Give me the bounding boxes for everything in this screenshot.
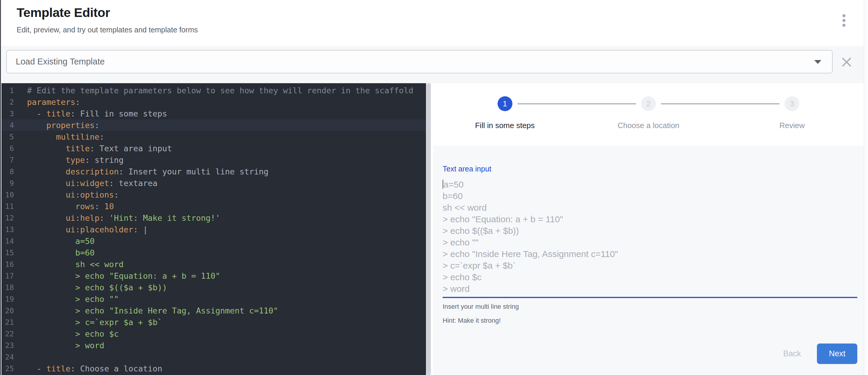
code-text: title: Text area input	[18, 143, 172, 154]
code-line[interactable]: 16 sh << word	[1, 258, 426, 270]
code-line[interactable]: 5 multiline:	[1, 131, 426, 143]
code-line[interactable]: 11 rows: 10	[1, 200, 426, 212]
line-number: 1	[1, 85, 18, 96]
more-options-button[interactable]	[841, 14, 847, 28]
page-scrollbar[interactable]	[864, 0, 868, 375]
line-number: 22	[1, 328, 18, 340]
select-placeholder: Load Existing Template	[16, 51, 104, 73]
code-line[interactable]: 24	[1, 351, 426, 363]
textarea-line: b=60	[443, 190, 857, 202]
textarea-input[interactable]: a=50b=60sh << word> echo "Equation: a + …	[443, 179, 857, 294]
step-label-3: Review	[720, 121, 864, 130]
next-button[interactable]: Next	[817, 344, 857, 364]
code-text: parameters:	[18, 96, 80, 108]
code-line[interactable]: 3 - title: Fill in some steps	[1, 108, 426, 120]
textarea-line: > echo ""	[443, 237, 857, 248]
line-number: 12	[1, 212, 18, 224]
code-text: rows: 10	[18, 200, 114, 212]
line-number: 8	[1, 166, 18, 178]
code-line[interactable]: 20 > echo "Inside Here Tag, Assignment c…	[1, 305, 426, 316]
chevron-down-icon	[814, 60, 822, 64]
form-preview: Text area input a=50b=60sh << word> echo…	[433, 146, 864, 375]
code-line[interactable]: 13 ui:placeholder: |	[1, 224, 426, 235]
stepper-step-1: 1 Fill in some steps	[433, 83, 577, 130]
code-line[interactable]: 25 - title: Choose a location	[1, 363, 426, 374]
line-number: 5	[1, 131, 18, 143]
code-line[interactable]: 10 ui:options:	[1, 189, 426, 200]
step-circle-1: 1	[498, 96, 513, 111]
code-line[interactable]: 18 > echo $(($a + $b))	[1, 282, 426, 293]
code-text: a=50	[18, 235, 95, 247]
code-editor-lines: 1# Edit the template parameters below to…	[1, 85, 426, 374]
code-line[interactable]: 17 > echo "Equation: a + b = 110"	[1, 270, 426, 282]
stepper-step-2: 2 Choose a location	[577, 83, 720, 130]
line-number: 6	[1, 143, 18, 154]
code-text	[18, 351, 27, 363]
line-number: 17	[1, 270, 18, 282]
line-number: 13	[1, 224, 18, 235]
step-label-2: Choose a location	[577, 121, 720, 130]
line-number: 3	[1, 108, 18, 120]
code-text: b=60	[18, 247, 95, 258]
code-text: > c=`expr $a + $b`	[18, 316, 162, 328]
code-line[interactable]: 23 > word	[1, 340, 426, 351]
line-number: 16	[1, 258, 18, 270]
code-text: ui:options:	[18, 189, 119, 200]
form-actions: Back Next	[443, 344, 857, 364]
code-line[interactable]: 1# Edit the template parameters below to…	[1, 85, 426, 96]
code-text: properties:	[18, 120, 99, 131]
stepper-step-3: 3 Review	[720, 83, 864, 130]
page-title: Template Editor	[17, 4, 110, 21]
field-underline	[443, 297, 857, 298]
line-number: 2	[1, 96, 18, 108]
textarea-line: > c=`expr $a + $b`	[443, 260, 857, 271]
textarea-line: > echo "Inside Here Tag, Assignment c=11…	[443, 248, 857, 260]
step-circle-3: 3	[784, 96, 799, 111]
editor-scrollbar-thumb[interactable]	[426, 83, 431, 375]
code-text: - title: Choose a location	[18, 363, 162, 374]
line-number: 19	[1, 293, 18, 305]
code-line[interactable]: 14 a=50	[1, 235, 426, 247]
textarea-line: > word	[443, 283, 857, 294]
back-button[interactable]: Back	[775, 344, 809, 363]
code-line[interactable]: 19 > echo ""	[1, 293, 426, 305]
code-line[interactable]: 7 type: string	[1, 154, 426, 166]
stepper-connector	[661, 103, 779, 104]
code-text: > echo ""	[18, 293, 119, 305]
template-selector-row: Load Existing Template	[1, 46, 864, 83]
code-line[interactable]: 2parameters:	[1, 96, 426, 108]
line-number: 24	[1, 351, 18, 363]
textarea-line: > echo $c	[443, 271, 857, 283]
textarea-line: sh << word	[443, 202, 857, 213]
code-line[interactable]: 21 > c=`expr $a + $b`	[1, 316, 426, 328]
code-line[interactable]: 8 description: Insert your multi line st…	[1, 166, 426, 178]
line-number: 11	[1, 200, 18, 212]
code-text: ui:placeholder: |	[18, 224, 148, 235]
yaml-code-editor[interactable]: 1# Edit the template parameters below to…	[1, 83, 426, 375]
code-line[interactable]: 4 properties:	[1, 120, 426, 131]
code-line[interactable]: 22 > echo $c	[1, 328, 426, 340]
code-line[interactable]: 15 b=60	[1, 247, 426, 258]
load-existing-template-select[interactable]: Load Existing Template	[6, 50, 833, 73]
line-number: 25	[1, 363, 18, 374]
window-left-edge	[0, 0, 1, 375]
line-number: 9	[1, 178, 18, 189]
close-icon[interactable]	[841, 57, 852, 67]
code-line[interactable]: 9 ui:widget: textarea	[1, 178, 426, 189]
code-text: - title: Fill in some steps	[18, 108, 167, 120]
kebab-dot-icon	[842, 24, 845, 27]
page-subtitle: Edit, preview, and try out templates and…	[17, 26, 198, 34]
code-text: > echo "Equation: a + b = 110"	[18, 270, 220, 282]
step-label-1: Fill in some steps	[433, 121, 577, 130]
textarea-line: > echo $(($a + $b))	[443, 225, 857, 237]
code-line[interactable]: 6 title: Text area input	[1, 143, 426, 154]
code-text: description: Insert your multi line stri…	[18, 166, 269, 178]
code-text: > echo $(($a + $b))	[18, 282, 167, 293]
code-line[interactable]: 12 ui:help: 'Hint: Make it strong!'	[1, 212, 426, 224]
editor-scrollbar[interactable]	[426, 83, 431, 375]
line-number: 23	[1, 340, 18, 351]
line-number: 21	[1, 316, 18, 328]
template-preview-panel: 1 Fill in some steps 2 Choose a location…	[433, 83, 864, 375]
code-text: > echo $c	[18, 328, 119, 340]
code-text: multiline:	[18, 131, 104, 143]
